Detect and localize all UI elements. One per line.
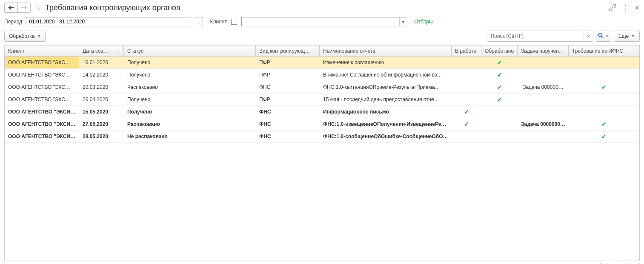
search-clear-button[interactable]: × xyxy=(584,31,593,41)
table-cell: ✓ xyxy=(481,57,518,68)
client-filter-checkbox[interactable] xyxy=(231,19,237,25)
column-header-client[interactable]: Клиент xyxy=(5,45,79,56)
table-cell: Не распаковано xyxy=(124,131,256,142)
table-cell xyxy=(518,94,569,105)
table-cell: ПФР xyxy=(256,69,320,81)
table-cell: Распаковано xyxy=(124,118,256,130)
table-cell xyxy=(481,106,518,118)
column-header-authority[interactable]: Вид контролирующ… xyxy=(256,45,320,56)
check-icon: ✓ xyxy=(497,71,502,78)
column-header-date[interactable]: Дата соз…↓ xyxy=(79,45,124,56)
table-cell xyxy=(518,69,569,81)
more-button[interactable]: Еще ▼ xyxy=(614,31,640,42)
table-cell: Изменения к соглашению xyxy=(320,57,452,68)
more-button-label: Еще xyxy=(618,33,629,39)
process-button-label: Обработка xyxy=(9,33,35,39)
favorite-star-icon[interactable]: ☆ xyxy=(35,3,42,12)
table-cell xyxy=(452,81,481,93)
column-header-report-name[interactable]: Наименование отчета xyxy=(320,45,452,56)
svg-point-0 xyxy=(598,33,602,37)
close-icon[interactable]: ✕ xyxy=(634,4,640,12)
period-input[interactable] xyxy=(26,17,191,26)
svg-line-1 xyxy=(601,36,603,38)
table-row[interactable]: ООО АГЕНТСТВО "ЭКС…26.04.2020ПолученоПФР… xyxy=(5,94,639,106)
table-cell: ООО АГЕНТСТВО "ЭКС… xyxy=(5,57,79,68)
table-cell xyxy=(569,94,639,105)
table-cell: ФНС xyxy=(256,118,320,130)
table-cell: ПФР xyxy=(256,57,320,68)
table-cell: ✓ xyxy=(481,81,518,93)
link-icon[interactable] xyxy=(609,4,616,11)
table-cell xyxy=(569,57,639,68)
process-button[interactable]: Обработка ▼ xyxy=(4,31,46,42)
column-header-processed[interactable]: Обработано xyxy=(481,45,518,56)
client-select[interactable]: ▾ xyxy=(241,17,407,26)
table-cell: ПФР xyxy=(256,94,320,105)
advanced-search-button[interactable]: ▼ xyxy=(596,31,611,42)
table-cell: 26.04.2020 xyxy=(79,94,124,105)
nav-forward-button[interactable] xyxy=(17,3,30,12)
table-cell: ✓ xyxy=(569,81,639,93)
table-cell: 28.05.2020 xyxy=(79,131,124,142)
table-cell: ООО АГЕНТСТВО "ЭКСИ… xyxy=(5,118,79,130)
search-input[interactable] xyxy=(487,31,584,41)
table-cell xyxy=(518,131,569,142)
table-cell xyxy=(481,118,518,130)
table-cell: 27.05.2020 xyxy=(79,118,124,130)
check-icon: ✓ xyxy=(497,96,502,103)
table-cell: ООО АГЕНТСТВО "ЭКС… xyxy=(5,69,79,81)
table-cell: ФНС:1.0-сообщениеОбОшибке-СообщениеОбО… xyxy=(320,131,452,142)
table-cell: ФНС xyxy=(256,81,320,93)
table-cell: ФНС:1.0-извещениеОПолучении-ИзвещениеРе… xyxy=(320,118,452,130)
column-header-status[interactable]: Статус xyxy=(124,45,256,56)
sort-indicator: ↓ xyxy=(118,48,120,54)
table-cell: Информационное письмо xyxy=(320,106,452,118)
column-header-in-work[interactable]: В работе xyxy=(452,45,481,56)
table-cell: ✓ xyxy=(452,106,481,118)
check-icon: ✓ xyxy=(601,84,607,91)
table-cell: Получено xyxy=(124,69,256,81)
table-row[interactable]: ООО АГЕНТСТВО "ЭКС…16.01.2020ПолученоПФР… xyxy=(5,57,639,69)
column-header-ifns[interactable]: Требование из ИФНС xyxy=(569,45,639,56)
check-icon: ✓ xyxy=(601,121,607,128)
filters-link[interactable]: Отборы xyxy=(414,19,433,25)
client-select-input[interactable] xyxy=(242,17,399,26)
check-icon: ✓ xyxy=(464,108,469,115)
table-cell: ✓ xyxy=(569,131,639,142)
table-cell: ООО АГЕНТСТВО "ЭКСИ… xyxy=(5,106,79,118)
check-icon: ✓ xyxy=(464,121,469,128)
table-row[interactable]: ООО АГЕНТСТВО "ЭКСИ…28.05.2020Не распако… xyxy=(5,131,639,143)
table-cell: ООО АГЕНТСТВО "ЭКСИ… xyxy=(5,131,79,142)
client-select-dropdown-icon[interactable]: ▾ xyxy=(399,17,407,26)
table-cell xyxy=(452,94,481,105)
table-cell: 16.01.2020 xyxy=(79,57,124,68)
search-icon xyxy=(598,33,604,40)
table-cell: ООО АГЕНТСТВО "ЭКС… xyxy=(5,94,79,105)
check-icon: ✓ xyxy=(601,133,607,140)
table-row[interactable]: ООО АГЕНТСТВО "ЭКС…14.02.2020ПолученоПФР… xyxy=(5,69,639,81)
check-icon: ✓ xyxy=(497,59,502,66)
table-cell: 15 мая - последний день предоставления о… xyxy=(320,94,452,105)
column-header-task[interactable]: Задача поручен… xyxy=(518,45,569,56)
table-cell: Распаковано xyxy=(124,81,256,93)
table-cell xyxy=(569,106,639,118)
table-cell: ✓ xyxy=(481,94,518,105)
more-vertical-icon[interactable]: ⋮ xyxy=(622,4,628,12)
table-cell: Получено xyxy=(124,94,256,105)
table-cell xyxy=(518,106,569,118)
grid-header: Клиент Дата соз…↓ Статус Вид контролирую… xyxy=(5,45,639,57)
table-cell: ✓ xyxy=(569,118,639,130)
table-cell xyxy=(452,131,481,142)
table-cell: ✓ xyxy=(452,118,481,130)
table-row[interactable]: ООО АГЕНТСТВО "ЭКСИ…15.05.2020ПолученоФН… xyxy=(5,106,639,118)
table-cell: Внимание! Соглашение об информационном в… xyxy=(320,69,452,81)
chevron-down-icon: ▼ xyxy=(631,34,635,38)
table-cell xyxy=(569,69,639,81)
chevron-down-icon: ▼ xyxy=(37,34,41,38)
nav-back-button[interactable] xyxy=(5,3,17,12)
period-label: Период: xyxy=(4,19,23,25)
table-row[interactable]: ООО АГЕНТСТВО "ЭКС…20.03.2020Распаковано… xyxy=(5,81,639,94)
table-row[interactable]: ООО АГЕНТСТВО "ЭКСИ…27.05.2020Распакован… xyxy=(5,118,639,131)
grid-body: ООО АГЕНТСТВО "ЭКС…16.01.2020ПолученоПФР… xyxy=(5,57,639,261)
period-picker-button[interactable]: ... xyxy=(194,17,203,26)
